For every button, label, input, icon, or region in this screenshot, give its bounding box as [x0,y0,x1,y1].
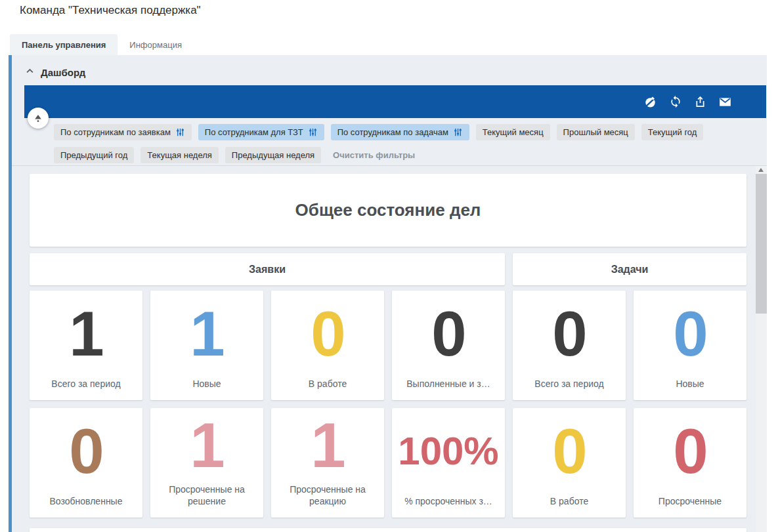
metric-card: 0В работе [271,291,384,400]
metric-label: Всего за период [513,378,626,400]
mail-icon[interactable] [718,95,732,109]
metric-value: 1 [150,291,263,378]
filter-chip-label: По сотрудникам для ТЗТ [205,127,303,137]
filter-chip[interactable]: Предыдущая неделя [225,147,321,163]
filter-chip-label: Прошлый месяц [563,127,628,137]
filter-chip-label: Предыдущая неделя [232,150,314,160]
widget-scrollbar[interactable] [756,166,767,532]
next-section-card-clipped [30,528,746,532]
metric-card: 0В работе [513,408,626,518]
metric-card: 1Всего за период [30,291,142,400]
filter-chip[interactable]: Текущая неделя [140,147,218,163]
metric-card: 1Новые [150,291,263,400]
tune-icon [308,127,318,137]
filter-chip[interactable]: Прошлый месяц [557,124,635,140]
eject-icon [33,113,43,123]
metric-card: 1Просроченные на реакцию [271,408,384,518]
metric-label: Выполненные и з… [392,378,505,400]
filter-chip-label: По сотрудникам по задачам [337,127,448,137]
filter-chip-label: Текущий месяц [483,127,544,137]
metric-label: % просроченных з… [392,495,505,518]
metric-value: 1 [150,408,263,483]
metric-label: Всего за период [30,378,142,400]
metric-cards-row-1: 1Всего за период1Новые0В работе0Выполнен… [30,291,746,400]
scrollbar-up-arrow-icon[interactable] [758,168,764,172]
filter-chip[interactable]: По сотрудникам для ТЗТ [198,124,324,140]
filter-chip[interactable]: По сотрудникам по заявкам [54,124,192,140]
app-window: Команда "Техническая поддержка" Панель у… [0,0,778,532]
group-header-zadachi: Задачи [513,253,746,285]
metric-cards-row-2: 0Возобновленные1Просроченные на решение1… [30,408,746,518]
metric-card: 0Всего за период [513,291,626,400]
metric-value: 0 [513,291,626,378]
metric-value: 1 [271,408,384,483]
metric-card: 100%% просроченных з… [392,408,505,518]
tab-information[interactable]: Информация [118,34,194,55]
metric-value: 0 [392,291,505,378]
metric-card: 0Просроченные [634,408,746,518]
dashboard-section-title: Дашборд [41,67,85,78]
metric-card: 0Возобновленные [30,408,142,518]
metric-label: В работе [513,495,626,518]
scrollbar-thumb[interactable] [756,174,767,314]
filter-chip[interactable]: Предыдущий год [54,147,134,163]
metric-card: 0Новые [634,291,746,400]
scroll-top-button[interactable] [28,108,49,129]
edit-off-icon[interactable] [643,95,657,109]
filter-chip-label: Текущая неделя [147,150,211,160]
metric-card: 1Просроченные на решение [150,408,263,518]
toolbar-divider [12,165,767,166]
group-header-row: Заявки Задачи [30,253,746,285]
group-label: Заявки [249,264,286,276]
filter-chip-row-1: По сотрудникам по заявкамПо сотрудникам … [54,124,703,140]
filter-chip[interactable]: Текущий месяц [476,124,550,140]
board-title: Общее состояние дел [295,200,481,220]
filter-chip-label: Предыдущий год [60,150,127,160]
tune-icon [453,127,463,137]
metric-value: 0 [513,408,626,495]
export-icon[interactable] [693,95,707,109]
widget-toolbar [24,85,766,118]
clear-filters-link[interactable]: Очистить фильтры [333,150,415,160]
metric-label: Новые [150,378,263,400]
metric-value: 0 [30,408,142,495]
page-title: Команда "Техническая поддержка" [20,4,201,17]
metric-label: Возобновленные [30,495,142,518]
filter-chip[interactable]: По сотрудникам по задачам [331,124,469,140]
tune-icon [175,127,185,137]
metric-label: Просроченные [634,495,746,518]
collapse-chevron-icon[interactable] [25,66,35,79]
metric-label: Новые [634,378,746,400]
tab-bar: Панель управления Информация [10,34,194,55]
filter-chip-label: По сотрудникам по заявкам [60,127,171,137]
group-label: Задачи [611,264,649,276]
group-header-zayavki: Заявки [30,253,505,285]
tab-control-panel[interactable]: Панель управления [10,34,118,55]
dashboard-section-header[interactable]: Дашборд [25,66,85,79]
metric-value: 0 [634,408,746,495]
metric-value: 0 [271,291,384,378]
filter-chip-label: Текущий год [648,127,697,137]
metric-label: Просроченные на реакцию [271,483,384,518]
refresh-icon[interactable] [668,95,682,109]
metric-label: Просроченные на решение [150,483,263,518]
filter-chip-row-2: Предыдущий годТекущая неделяПредыдущая н… [54,147,415,163]
metric-value: 100% [392,408,505,495]
filter-chip[interactable]: Текущий год [641,124,704,140]
board-title-card: Общее состояние дел [30,174,746,247]
metric-label: В работе [271,378,384,400]
metric-card: 0Выполненные и з… [392,291,505,400]
metric-value: 0 [634,291,746,378]
metric-value: 1 [30,291,142,378]
